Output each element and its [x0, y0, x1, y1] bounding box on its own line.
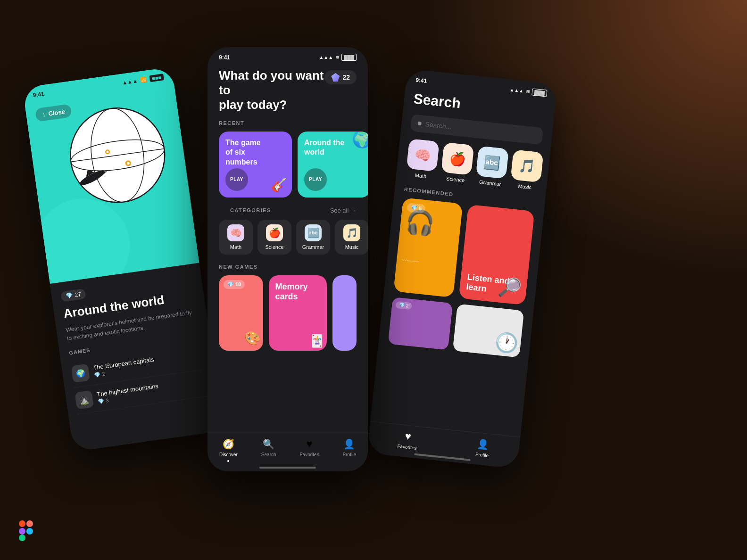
recent-card-numbers[interactable]: The game of six numbers PLAY 🎸: [219, 132, 292, 198]
search-cat-grammar[interactable]: 🔤 Grammar: [475, 146, 509, 187]
signal-right: ▲▲▲: [509, 87, 524, 93]
nav-active-dot: [227, 460, 229, 462]
search-music-icon: 🎵: [510, 149, 543, 182]
recent-card-title-1: The game of six numbers: [225, 138, 268, 167]
sub-card-cost: 💎 2: [395, 301, 412, 310]
search-science-label: Science: [446, 175, 465, 183]
right-favorites-label: Favorites: [397, 444, 417, 451]
recent-cards: The game of six numbers PLAY 🎸 Around th…: [208, 132, 368, 198]
game-item-icon: 🌍: [71, 364, 90, 383]
right-favorites-icon: ♥: [401, 430, 415, 444]
figma-icon: [19, 520, 33, 541]
bottom-navigation: 🧭 Discover 🔍 Search ♥ Favorites 👤 Profil…: [208, 432, 368, 471]
signal-middle: ▲▲▲: [319, 55, 333, 60]
search-input[interactable]: Search...: [425, 120, 452, 131]
nav-discover[interactable]: 🧭 Discover: [219, 438, 238, 462]
battery-middle: ▓▓▓: [341, 54, 357, 61]
new-games-section: NEW GAMES 💎 10 🎨 Memorycards 🃏: [208, 264, 368, 351]
search-music-label: Music: [518, 183, 532, 190]
magnifier-icon: 🔎: [497, 275, 523, 300]
new-game-card-memory[interactable]: Memorycards 🃏: [269, 275, 327, 351]
game-item-icon-2: ⛰️: [75, 390, 94, 410]
battery-right: ▓▓▓: [531, 88, 547, 97]
home-indicator: [259, 467, 316, 469]
recommended-cards: 🎧 〰〰〰 💎 5 Listen and learn 🔎: [384, 197, 544, 306]
wave-icon: 〰〰〰: [401, 257, 418, 265]
nav-favorites[interactable]: ♥ Favorites: [300, 438, 319, 462]
music-icon: 🎵: [343, 224, 360, 241]
time-left: 9:41: [33, 91, 45, 99]
category-chips: 🧠 Math 🍎 Science 🔤 Grammar 🎵 Music: [208, 220, 368, 255]
discover-icon: 🧭: [222, 438, 234, 450]
science-label: Science: [265, 244, 283, 250]
recent-card-title-2: Around the world: [304, 138, 347, 158]
search-science-icon: 🍎: [441, 142, 474, 175]
figma-logo: [19, 520, 33, 541]
category-chip-music[interactable]: 🎵 Music: [335, 220, 368, 255]
see-all-button[interactable]: See all →: [330, 207, 357, 214]
sub-card-clock[interactable]: 🕐: [452, 304, 524, 357]
search-icon: 🔍: [263, 438, 275, 450]
app-header: What do you want toplay today? 22: [208, 65, 368, 120]
wifi-right: ≋: [526, 89, 530, 94]
game-detail-screen: 💎 27 Around the world Wear your explorer…: [50, 263, 219, 425]
category-chip-math[interactable]: 🧠 Math: [219, 220, 253, 255]
svg-rect-11: [19, 520, 25, 527]
phone-left: 9:41 ▲▲▲ 📶 ■■■ ↓ Close: [22, 67, 223, 452]
category-chip-science[interactable]: 🍎 Science: [257, 220, 291, 255]
nav-search[interactable]: 🔍 Search: [261, 438, 276, 462]
math-label: Math: [230, 244, 241, 250]
card-illus-2: 🃏: [309, 334, 324, 348]
gem-icon: [331, 73, 340, 82]
rec-card-yellow[interactable]: 🎧 〰〰〰 💎 5: [393, 198, 463, 297]
music-label: Music: [345, 244, 359, 250]
svg-rect-15: [19, 535, 25, 541]
card-illus-1: 🎨: [244, 330, 261, 346]
new-game-card-3[interactable]: [332, 275, 357, 351]
header-title: What do you want toplay today?: [219, 68, 324, 113]
nav-favorites-label: Favorites: [300, 452, 319, 457]
phone-middle: 9:41 ▲▲▲ ≋ ▓▓▓ What do you want toplay t…: [208, 47, 368, 471]
math-icon: 🧠: [227, 224, 244, 241]
nav-profile-label: Profile: [343, 452, 356, 457]
categories-label: CATEGORIES: [219, 207, 282, 213]
card-illustration-2: 🌍: [352, 132, 368, 149]
svg-rect-14: [26, 528, 33, 535]
recent-label: RECENT: [208, 120, 368, 126]
time-right: 9:41: [415, 76, 427, 84]
right-profile-label: Profile: [475, 452, 489, 458]
search-cat-math[interactable]: 🧠 Math: [406, 139, 440, 180]
battery-left: ■■■: [149, 74, 164, 82]
signal-left: ▲▲▲: [122, 78, 138, 85]
right-nav-favorites[interactable]: ♥ Favorites: [397, 429, 418, 451]
card-illustration-1: 🎸: [271, 177, 287, 193]
search-dot-icon: [417, 121, 422, 125]
nav-search-label: Search: [261, 452, 276, 457]
search-grammar-label: Grammar: [479, 179, 501, 187]
grammar-label: Grammar: [302, 244, 324, 250]
new-games-label: NEW GAMES: [219, 264, 357, 270]
play-button-1[interactable]: PLAY: [225, 168, 248, 191]
time-middle: 9:41: [219, 54, 230, 61]
search-cat-science[interactable]: 🍎 Science: [440, 142, 474, 184]
recent-card-world[interactable]: Around the world PLAY 🌍: [298, 132, 368, 198]
favorites-icon: ♥: [303, 438, 315, 450]
svg-rect-12: [26, 520, 33, 527]
clock-icon: 🕐: [494, 330, 520, 355]
nav-profile[interactable]: 👤 Profile: [343, 438, 356, 462]
play-button-2[interactable]: PLAY: [304, 168, 327, 191]
right-nav-profile[interactable]: 👤 Profile: [475, 437, 490, 458]
globe-illustration: [54, 91, 182, 219]
search-math-label: Math: [415, 172, 427, 179]
svg-rect-13: [19, 528, 25, 535]
memory-cards-title: Memorycards: [275, 282, 308, 302]
sub-card-purple[interactable]: 💎 2: [388, 297, 452, 350]
status-bar-middle: 9:41 ▲▲▲ ≋ ▓▓▓: [208, 47, 368, 65]
rec-card-red[interactable]: Listen and learn 🔎: [458, 205, 534, 305]
new-game-card-1[interactable]: 💎 10 🎨: [219, 275, 263, 351]
search-cat-music[interactable]: 🎵 Music: [509, 149, 543, 191]
search-category-grid: 🧠 Math 🍎 Science 🔤 Grammar 🎵 Music: [396, 138, 550, 192]
phone-right: 9:41 ▲▲▲ ≋ ▓▓▓ Search Search... 🧠 Math 🍎…: [367, 69, 557, 469]
grammar-icon: 🔤: [305, 224, 322, 241]
category-chip-grammar[interactable]: 🔤 Grammar: [296, 220, 330, 255]
